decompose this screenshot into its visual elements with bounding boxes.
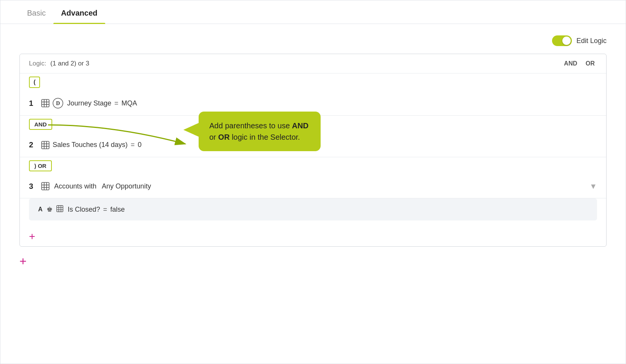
tab-advanced[interactable]: Advanced (53, 0, 105, 24)
svg-text:D: D (56, 101, 60, 106)
sub-icon-crown: ♚ (47, 205, 53, 214)
edit-logic-row: Edit Logic (19, 35, 607, 46)
table-icon-3 (40, 181, 50, 191)
filter-field-1: Journey Stage (67, 99, 111, 107)
sub-filter-box: A ♚ Is Closed? = false (29, 198, 597, 220)
edit-logic-toggle[interactable] (552, 35, 572, 46)
expand-icon-3[interactable]: ▼ (589, 182, 597, 191)
filter-number-3: 3 (29, 182, 40, 191)
tooltip-callout: Add parentheses to use AND or OR logic i… (199, 112, 321, 151)
sub-filter-field: Is Closed? (68, 206, 100, 214)
sub-filter-value: false (110, 206, 125, 214)
logic-header: Logic: (1 and 2) or 3 AND OR (20, 54, 606, 73)
filter-value-1: MQA (122, 99, 137, 107)
tabs-bar: Basic Advanced (0, 0, 626, 24)
filter-op-1: = (114, 99, 119, 107)
logic-buttons: AND OR (562, 59, 597, 68)
page-wrapper: Basic Advanced Edit Logic Logic: (1 and … (0, 0, 626, 364)
sub-filter-op: = (103, 206, 108, 214)
table-icon-1 (40, 98, 50, 108)
tab-basic[interactable]: Basic (19, 0, 53, 24)
d-icon-1: D (53, 98, 63, 109)
filter-row-3-left: 3 Accounts with Any Opportunity (29, 181, 151, 191)
add-sub-filter-button[interactable]: + (20, 227, 44, 246)
svg-rect-12 (42, 182, 49, 190)
logic-prefix: Logic: (29, 60, 46, 67)
filter-row-3: 3 Accounts with Any Opportunity ▼ (20, 174, 606, 198)
svg-rect-17 (56, 206, 63, 212)
edit-logic-label: Edit Logic (576, 37, 607, 45)
main-content: Edit Logic Logic: (1 and 2) or 3 AND OR … (0, 24, 626, 287)
tooltip-text: Add parentheses to use AND or OR logic i… (209, 120, 310, 143)
open-paren-badge[interactable]: ( (29, 77, 40, 88)
sub-table-icon (56, 204, 64, 214)
sub-icon-a: A (38, 206, 43, 213)
svg-rect-0 (42, 99, 49, 107)
and-button[interactable]: AND (562, 59, 579, 68)
filter-field-3a: Accounts with (54, 182, 96, 190)
sub-filter-row: A ♚ Is Closed? = false (38, 204, 588, 214)
filter-qualifier-3: Any Opportunity (102, 182, 151, 190)
or-button[interactable]: OR (583, 59, 597, 68)
logic-expression-value: (1 and 2) or 3 (50, 60, 89, 67)
logic-expression: Logic: (1 and 2) or 3 (29, 60, 89, 67)
tooltip-arrow (37, 121, 197, 167)
filter-number-1: 1 (29, 99, 40, 108)
add-filter-button[interactable]: + (19, 254, 27, 268)
